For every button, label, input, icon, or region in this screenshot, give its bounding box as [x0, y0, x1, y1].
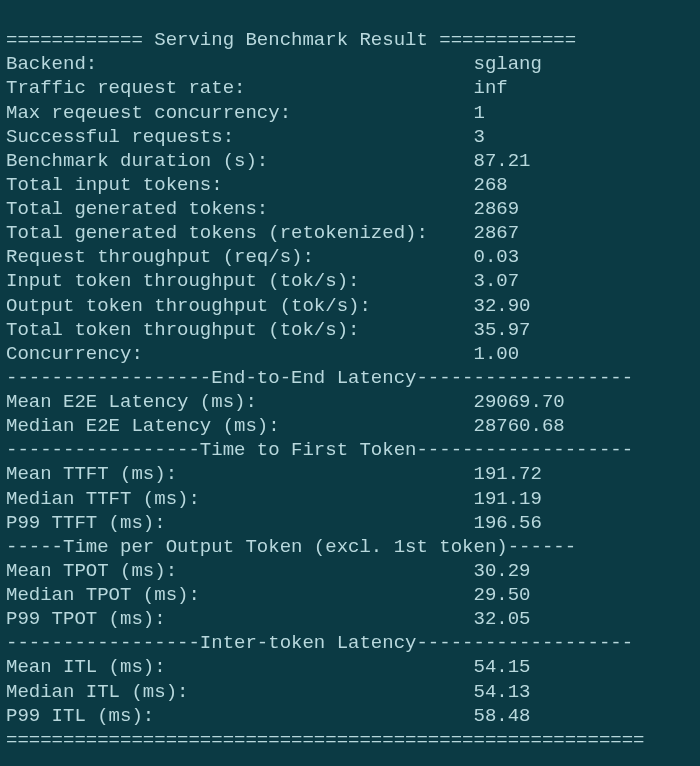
metric-value: 54.13 [473, 681, 530, 703]
title-text: Serving Benchmark Result [154, 29, 428, 51]
section-header: ------------------End-to-End Latency----… [6, 366, 694, 390]
terminal-output: ============ Serving Benchmark Result ==… [0, 0, 700, 756]
metric-value: 1 [473, 102, 484, 124]
section-header: -----------------Time to First Token----… [6, 438, 694, 462]
metric-label: Mean E2E Latency (ms): [6, 391, 473, 413]
metric-row: P99 ITL (ms): 58.48 [6, 704, 694, 728]
metric-row: Max reqeuest concurrency: 1 [6, 101, 694, 125]
metric-row: Output token throughput (tok/s): 32.90 [6, 294, 694, 318]
metric-row: Successful requests: 3 [6, 125, 694, 149]
metric-label: Traffic request rate: [6, 77, 473, 99]
metric-label: Output token throughput (tok/s): [6, 295, 473, 317]
metric-label: P99 TPOT (ms): [6, 608, 473, 630]
metric-label: P99 ITL (ms): [6, 705, 473, 727]
metric-row: Traffic request rate: inf [6, 76, 694, 100]
metric-row: Benchmark duration (s): 87.21 [6, 149, 694, 173]
metric-row: Median ITL (ms): 54.13 [6, 680, 694, 704]
metric-value: 35.97 [473, 319, 530, 341]
metric-label: Backend: [6, 53, 473, 75]
metric-row: Backend: sglang [6, 52, 694, 76]
metric-value: 2867 [473, 222, 519, 244]
metric-value: 58.48 [473, 705, 530, 727]
metric-label: Max reqeuest concurrency: [6, 102, 473, 124]
metric-value: 0.03 [473, 246, 519, 268]
metric-value: 1.00 [473, 343, 519, 365]
metric-label: Median E2E Latency (ms): [6, 415, 473, 437]
metric-row: Request throughput (req/s): 0.03 [6, 245, 694, 269]
metric-value: 191.72 [473, 463, 541, 485]
metric-row: Median E2E Latency (ms): 28760.68 [6, 414, 694, 438]
metric-value: 30.29 [473, 560, 530, 582]
metric-row: Total input tokens: 268 [6, 173, 694, 197]
metric-label: Concurrency: [6, 343, 473, 365]
metric-label: P99 TTFT (ms): [6, 512, 473, 534]
metric-label: Mean TTFT (ms): [6, 463, 473, 485]
metric-row: Mean ITL (ms): 54.15 [6, 655, 694, 679]
metric-label: Request throughput (req/s): [6, 246, 473, 268]
metric-value: 268 [473, 174, 507, 196]
metric-row: Total generated tokens: 2869 [6, 197, 694, 221]
rule-right: ============ [428, 29, 576, 51]
metric-label: Total generated tokens: [6, 198, 473, 220]
metric-value: 3.07 [473, 270, 519, 292]
metric-label: Median ITL (ms): [6, 681, 473, 703]
metric-row: Total generated tokens (retokenized): 28… [6, 221, 694, 245]
metric-value: 28760.68 [473, 415, 564, 437]
metric-value: 3 [473, 126, 484, 148]
metric-row: Mean TPOT (ms): 30.29 [6, 559, 694, 583]
metric-row: P99 TTFT (ms): 196.56 [6, 511, 694, 535]
metric-label: Median TTFT (ms): [6, 488, 473, 510]
metric-label: Mean ITL (ms): [6, 656, 473, 678]
footer-rule: ========================================… [6, 728, 694, 752]
metric-row: Median TTFT (ms): 191.19 [6, 487, 694, 511]
metric-label: Total token throughput (tok/s): [6, 319, 473, 341]
rule-left: ============ [6, 29, 154, 51]
metric-row: Mean E2E Latency (ms): 29069.70 [6, 390, 694, 414]
metric-value: inf [473, 77, 507, 99]
metric-value: 32.05 [473, 608, 530, 630]
section-header: -----Time per Output Token (excl. 1st to… [6, 535, 694, 559]
metric-value: 196.56 [473, 512, 541, 534]
metric-row: Concurrency: 1.00 [6, 342, 694, 366]
metric-value: 87.21 [473, 150, 530, 172]
metric-row: Total token throughput (tok/s): 35.97 [6, 318, 694, 342]
metric-value: 29069.70 [473, 391, 564, 413]
metric-label: Total generated tokens (retokenized): [6, 222, 473, 244]
section-header: -----------------Inter-token Latency----… [6, 631, 694, 655]
metric-label: Total input tokens: [6, 174, 473, 196]
metric-value: sglang [473, 53, 541, 75]
metric-value: 191.19 [473, 488, 541, 510]
metric-value: 54.15 [473, 656, 530, 678]
metric-row: Median TPOT (ms): 29.50 [6, 583, 694, 607]
title-line: ============ Serving Benchmark Result ==… [6, 28, 694, 52]
metric-label: Mean TPOT (ms): [6, 560, 473, 582]
metric-value: 32.90 [473, 295, 530, 317]
metric-row: P99 TPOT (ms): 32.05 [6, 607, 694, 631]
metric-value: 2869 [473, 198, 519, 220]
metric-value: 29.50 [473, 584, 530, 606]
metric-row: Input token throughput (tok/s): 3.07 [6, 269, 694, 293]
metric-label: Benchmark duration (s): [6, 150, 473, 172]
metric-label: Successful requests: [6, 126, 473, 148]
metric-label: Input token throughput (tok/s): [6, 270, 473, 292]
metric-label: Median TPOT (ms): [6, 584, 473, 606]
metric-row: Mean TTFT (ms): 191.72 [6, 462, 694, 486]
